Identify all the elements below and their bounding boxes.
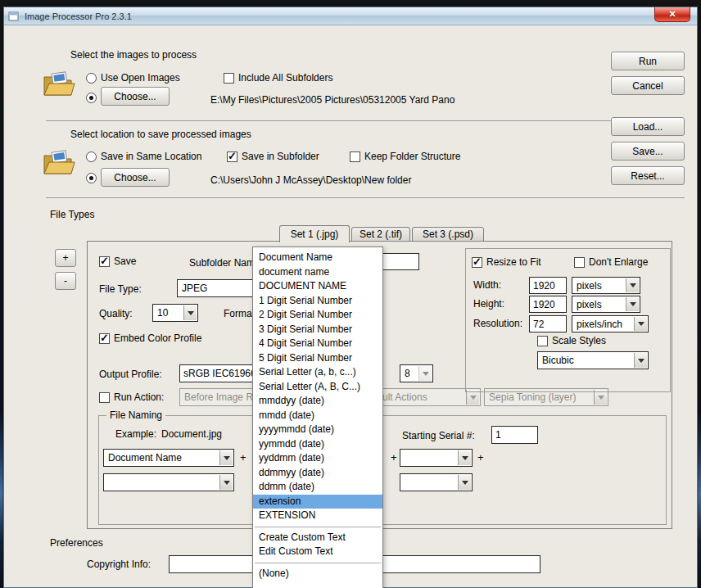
menu-item[interactable]: mmdd (date) — [253, 409, 382, 423]
output-profile-label: Output Profile: — [99, 369, 162, 380]
naming-field-4-dropdown[interactable] — [103, 473, 234, 491]
scale-styles-checkbox[interactable] — [537, 336, 548, 346]
include-all-subfolders-checkbox[interactable] — [224, 73, 234, 84]
resize-to-fit-label[interactable]: Resize to Fit — [486, 256, 541, 268]
menu-item[interactable]: EXTENSION — [253, 509, 382, 523]
run-action-checkbox[interactable] — [99, 392, 110, 403]
save-file-label[interactable]: Save — [114, 256, 136, 267]
width-input[interactable]: 1920 — [529, 277, 567, 294]
load-button[interactable]: Load... — [611, 117, 685, 136]
menu-item[interactable]: Document Name — [253, 251, 382, 265]
menu-item[interactable]: Serial Letter (A, B, C...) — [253, 380, 382, 395]
resize-to-fit-checkbox[interactable] — [472, 257, 482, 268]
menu-item[interactable]: Serial Letter (a, b, c...) — [253, 365, 382, 380]
dont-enlarge-label[interactable]: Don't Enlarge — [589, 256, 648, 268]
close-button[interactable]: ✕ — [654, 7, 690, 22]
chevron-down-icon[interactable] — [458, 450, 471, 465]
chevron-down-icon[interactable] — [219, 450, 233, 465]
menu-item[interactable]: DOCUMENT NAME — [253, 279, 382, 294]
naming-field-6-dropdown[interactable] — [400, 473, 473, 491]
save-in-subfolder-label[interactable]: Save in Subfolder — [242, 151, 319, 162]
height-unit-dropdown[interactable]: pixels — [572, 296, 640, 313]
menu-item[interactable]: yyddmm (date) — [253, 451, 382, 466]
embed-color-profile-checkbox[interactable] — [99, 333, 110, 344]
naming-field-3-dropdown[interactable] — [400, 449, 473, 467]
embed-color-profile-label[interactable]: Embed Color Profile — [114, 332, 201, 344]
menu-item[interactable]: 5 Digit Serial Number — [253, 351, 382, 366]
save-in-subfolder-checkbox[interactable] — [227, 152, 237, 162]
chevron-down-icon[interactable] — [626, 278, 639, 292]
choose-destination-button[interactable]: Choose... — [101, 168, 170, 187]
width-unit-dropdown[interactable]: pixels — [572, 277, 640, 294]
chevron-down-icon[interactable] — [183, 305, 197, 320]
remove-set-button[interactable]: - — [55, 272, 76, 290]
include-all-subfolders-label[interactable]: Include All Subfolders — [238, 72, 332, 84]
save-file-checkbox[interactable] — [99, 256, 110, 267]
choose-source-button[interactable]: Choose... — [101, 87, 170, 106]
menu-item[interactable]: (None) — [253, 567, 382, 581]
save-settings-button[interactable]: Save... — [611, 142, 685, 161]
interpolation-dropdown[interactable]: Bicubic — [537, 351, 649, 369]
example-label: Example: — [115, 428, 156, 440]
chevron-down-icon[interactable] — [626, 297, 639, 311]
choose-source-radio[interactable] — [86, 93, 97, 103]
chevron-down-icon[interactable] — [458, 475, 471, 490]
chevron-down-icon[interactable] — [634, 353, 647, 368]
reset-button[interactable]: Reset... — [611, 166, 685, 185]
open-folder-icon — [42, 70, 76, 102]
keep-folder-structure-label[interactable]: Keep Folder Structure — [364, 151, 460, 162]
naming-menu: Document Namedocument nameDOCUMENT NAME1… — [252, 247, 383, 588]
naming-plus: + — [391, 449, 397, 467]
scale-styles-label[interactable]: Scale Styles — [552, 335, 606, 346]
menu-item[interactable]: 2 Digit Serial Number — [253, 308, 382, 323]
tab-set3-psd[interactable]: Set 3 (.psd) — [412, 227, 484, 242]
title-bar[interactable]: Image Processor Pro 2.3.1 — [4, 7, 697, 25]
app-icon — [8, 11, 20, 22]
file-types-heading: File Types — [50, 209, 94, 220]
bit-depth-dropdown[interactable]: 8 — [400, 364, 433, 382]
naming-field-1-value: Document Name — [108, 452, 182, 464]
run-action-label[interactable]: Run Action: — [114, 391, 164, 403]
naming-field-1-dropdown[interactable]: Document Name — [103, 449, 234, 467]
save-same-location-radio[interactable] — [86, 152, 97, 162]
tab-set2-tif[interactable]: Set 2 (.tif) — [351, 227, 410, 242]
height-input[interactable]: 1920 — [529, 296, 567, 313]
menu-item[interactable]: document name — [253, 265, 382, 280]
use-open-images-radio[interactable] — [86, 73, 97, 84]
dont-enlarge-checkbox[interactable] — [574, 257, 585, 268]
menu-item[interactable]: extension — [253, 495, 382, 509]
starting-serial-label: Starting Serial #: — [402, 430, 475, 441]
resolution-unit-dropdown[interactable]: pixels/inch — [572, 315, 649, 332]
height-unit-value: pixels — [577, 299, 602, 310]
menu-item[interactable]: yymmdd (date) — [253, 437, 382, 452]
use-open-images-label[interactable]: Use Open Images — [101, 72, 180, 84]
chevron-down-icon[interactable] — [418, 366, 432, 381]
menu-item[interactable]: 3 Digit Serial Number — [253, 323, 382, 337]
menu-item[interactable]: mmddyy (date) — [253, 394, 382, 409]
menu-item[interactable]: 1 Digit Serial Number — [253, 294, 382, 309]
interpolation-value: Bicubic — [542, 355, 574, 366]
image-processor-dialog: Image Processor Pro 2.3.1 ✕ Select the i… — [3, 7, 698, 588]
choose-destination-radio[interactable] — [86, 173, 97, 183]
run-button[interactable]: Run — [611, 52, 685, 70]
width-unit-value: pixels — [577, 280, 602, 292]
action-value: Sepia Toning (layer) — [489, 391, 577, 403]
menu-item[interactable]: ddmmyy (date) — [253, 466, 382, 481]
separator-line — [46, 197, 685, 198]
tab-set1-jpg[interactable]: Set 1 (.jpg) — [279, 225, 350, 242]
menu-item[interactable]: yyyymmdd (date) — [253, 423, 382, 437]
save-same-location-label[interactable]: Save in Same Location — [101, 151, 201, 162]
menu-item[interactable]: 4 Digit Serial Number — [253, 337, 382, 351]
keep-folder-structure-checkbox[interactable] — [350, 152, 360, 162]
menu-item[interactable]: Edit Custom Text — [253, 545, 382, 559]
starting-serial-input[interactable]: 1 — [491, 426, 538, 444]
separator-line — [46, 120, 685, 121]
menu-item[interactable]: Create Custom Text — [253, 531, 382, 545]
menu-item[interactable]: ddmm (date) — [253, 480, 382, 495]
chevron-down-icon[interactable] — [219, 475, 233, 490]
resolution-input[interactable]: 72 — [529, 315, 567, 332]
cancel-button[interactable]: Cancel — [611, 76, 685, 95]
add-set-button[interactable]: + — [55, 249, 76, 267]
quality-dropdown[interactable]: 10 — [152, 304, 198, 322]
chevron-down-icon[interactable] — [634, 317, 647, 331]
